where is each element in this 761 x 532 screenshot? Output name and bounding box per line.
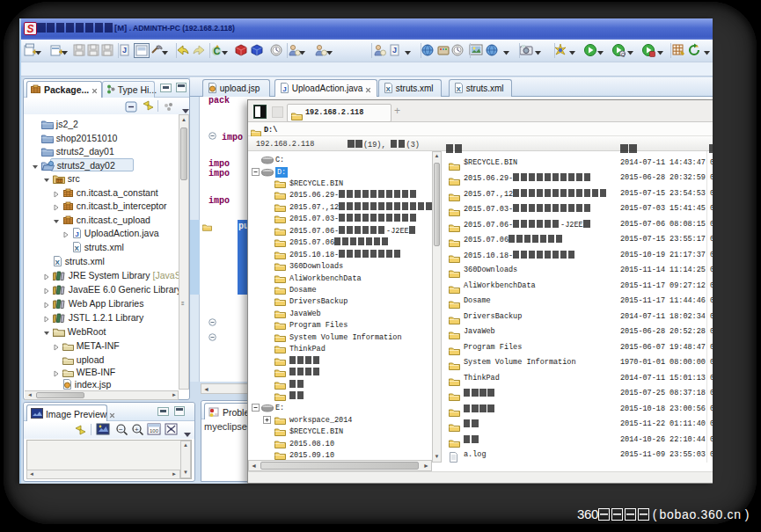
svg-text:X: X [75,244,80,251]
svg-text:X: X [386,85,391,93]
svg-text:100: 100 [150,428,159,434]
svg-text:X: X [55,258,61,266]
svg-text:−: − [119,426,123,434]
svg-text:J: J [392,46,397,55]
svg-text:+: + [135,426,139,434]
svg-text:J: J [282,85,286,93]
svg-text:J: J [75,230,78,238]
svg-text:J: J [122,46,127,55]
svg-text:X: X [457,85,462,93]
svg-text:Q: Q [621,52,626,57]
